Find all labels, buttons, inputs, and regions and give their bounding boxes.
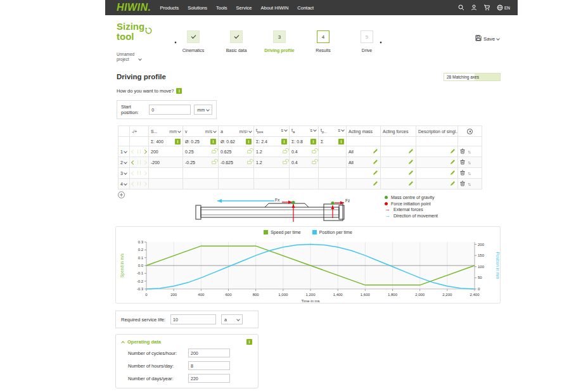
edit-icon[interactable] [450, 181, 456, 187]
hiwin-logo[interactable]: HIWIN. [117, 2, 151, 13]
row-number[interactable]: 1 [120, 150, 127, 154]
cell-tp[interactable] [319, 157, 347, 168]
unit-select-s2[interactable]: s [310, 128, 317, 132]
move-right-icon[interactable] [143, 170, 147, 175]
pause-icon[interactable] [137, 182, 141, 186]
add-row-button[interactable] [118, 191, 125, 198]
unlock-icon[interactable] [312, 161, 316, 164]
legend-position[interactable]: Position per time [312, 230, 352, 234]
reorder-icon[interactable]: ↑↓ [468, 171, 470, 176]
move-right-icon[interactable] [143, 149, 147, 153]
unlock-icon[interactable] [212, 161, 216, 164]
operating-data-header[interactable]: Operating data i [122, 339, 252, 345]
cell-tpos[interactable] [254, 179, 290, 189]
step-cinematics-box[interactable] [187, 30, 200, 43]
nav-item-products[interactable]: Products [160, 5, 179, 11]
info-icon[interactable]: i [176, 88, 182, 94]
move-right-icon[interactable] [143, 160, 147, 164]
unit-select-mm[interactable]: mm [169, 129, 181, 134]
info-icon[interactable]: i [210, 139, 216, 144]
cell-tpos[interactable] [254, 168, 290, 179]
edit-icon[interactable] [450, 170, 456, 176]
edit-icon[interactable] [408, 181, 414, 187]
edit-icon[interactable] [450, 159, 456, 165]
save-button[interactable]: Save [475, 35, 499, 42]
header-column-settings[interactable] [458, 126, 482, 137]
cell-stroke[interactable]: -200 [149, 157, 183, 168]
move-right-icon[interactable] [143, 181, 147, 186]
undo-icon[interactable] [144, 27, 153, 37]
edit-icon[interactable] [408, 170, 414, 176]
language-switcher[interactable]: EN [497, 4, 510, 11]
cycles-input[interactable] [188, 349, 230, 357]
step-results[interactable]: 4 Results [302, 30, 345, 53]
edit-icon[interactable] [373, 159, 378, 165]
step-cinematics[interactable]: Cinematics [172, 30, 215, 53]
row-number[interactable]: 3 [120, 171, 127, 176]
info-icon[interactable]: i [310, 139, 316, 144]
move-left-icon[interactable] [131, 160, 136, 164]
step-basic-data-box[interactable] [230, 30, 243, 43]
column-settings-icon[interactable] [467, 129, 473, 134]
unlock-icon[interactable] [312, 150, 316, 153]
cell-velocity[interactable] [183, 179, 219, 189]
cell-ta[interactable]: 0.4 [291, 160, 298, 165]
legend-speed[interactable]: Speed per time [264, 230, 300, 234]
edit-icon[interactable] [373, 148, 378, 155]
pause-icon[interactable] [137, 160, 141, 164]
reorder-icon[interactable]: ↑↓ [468, 160, 470, 165]
edit-icon[interactable] [408, 159, 414, 165]
project-selector[interactable]: Unnamed project [117, 52, 155, 62]
days-input[interactable] [188, 374, 230, 383]
cell-acceleration[interactable] [219, 168, 254, 179]
info-icon[interactable]: i [246, 139, 252, 144]
move-left-icon[interactable] [131, 149, 136, 153]
cell-tpos[interactable]: 1.2 [256, 160, 262, 165]
cell-ta[interactable] [290, 179, 319, 189]
start-position-input[interactable] [149, 105, 191, 115]
unlock-icon[interactable] [283, 161, 287, 164]
reorder-icon[interactable]: ↑↓ [468, 182, 470, 186]
delete-icon[interactable] [460, 181, 465, 187]
unit-select-s3[interactable]: s [338, 128, 345, 132]
move-left-icon[interactable] [131, 170, 136, 175]
stepper-next-button[interactable] [380, 34, 387, 41]
delete-icon[interactable] [460, 159, 465, 165]
cell-ta[interactable]: 0.4 [291, 150, 298, 154]
cell-acceleration[interactable]: 0.625 [220, 150, 232, 154]
cell-tp[interactable] [319, 168, 347, 179]
cell-velocity[interactable]: -0.25 [185, 160, 195, 165]
cell-stroke[interactable]: 200 [149, 146, 183, 157]
service-life-unit-select[interactable]: a [221, 314, 243, 324]
unit-select-ms2[interactable]: m/s² [239, 129, 252, 134]
user-icon[interactable] [471, 2, 477, 13]
unit-select-s1[interactable]: s [281, 128, 288, 132]
pause-icon[interactable] [137, 171, 141, 175]
step-driving-profile-box[interactable]: 3 [273, 30, 286, 43]
step-results-box[interactable]: 4 [317, 30, 329, 43]
edit-icon[interactable] [450, 148, 456, 155]
info-icon[interactable]: i [175, 139, 181, 144]
cell-velocity[interactable]: 0.25 [185, 150, 194, 154]
unlock-icon[interactable] [283, 150, 287, 153]
unlock-icon[interactable] [247, 150, 252, 153]
step-drive-box[interactable]: 5 [361, 30, 373, 43]
delete-icon[interactable] [460, 148, 465, 155]
info-icon[interactable]: i [246, 339, 252, 345]
cell-velocity[interactable] [183, 168, 219, 179]
unit-select-ms[interactable]: m/s [205, 129, 216, 134]
edit-icon[interactable] [373, 181, 378, 187]
cell-tp[interactable] [319, 146, 347, 157]
row-number[interactable]: 4 [120, 182, 127, 186]
nav-item-about[interactable]: About HIWIN [261, 5, 289, 11]
service-life-input[interactable] [170, 314, 216, 324]
move-left-icon[interactable] [131, 181, 136, 186]
search-icon[interactable] [458, 2, 464, 13]
cell-acceleration[interactable]: -0.625 [220, 160, 233, 165]
edit-icon[interactable] [373, 170, 378, 176]
info-icon[interactable]: i [338, 139, 344, 144]
cart-icon[interactable] [483, 2, 490, 13]
unlock-icon[interactable] [247, 161, 252, 164]
nav-item-service[interactable]: Service [236, 5, 252, 11]
step-driving-profile[interactable]: 3 Driving profile [258, 30, 301, 53]
